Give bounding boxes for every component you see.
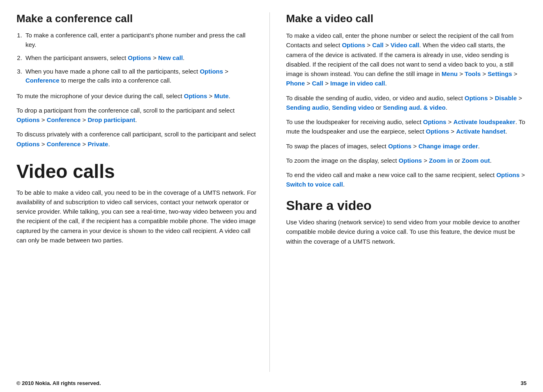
- share-video-title: Share a video: [286, 198, 527, 213]
- make-video-call-title: Make a video call: [286, 12, 527, 25]
- make-video-p6: To end the video call and make a new voi…: [286, 170, 527, 189]
- step2-options: Options: [128, 54, 151, 61]
- make-video-p1: To make a video call, enter the phone nu…: [286, 31, 527, 88]
- mvp3-options: Options: [423, 118, 446, 125]
- drop-conference: Conference: [47, 116, 81, 123]
- step-1: To make a conference call, enter a parti…: [24, 31, 257, 49]
- mvp4-change: Change image order: [419, 143, 478, 150]
- mvp1-image: Image in video call: [330, 80, 385, 87]
- mvp1-phone: Phone: [286, 80, 305, 87]
- private-paragraph: To discuss privately with a conference c…: [16, 129, 257, 149]
- make-video-p3: To use the loudspeaker for receiving aud…: [286, 117, 527, 136]
- step3-options: Options: [200, 68, 223, 75]
- video-calls-title: Video calls: [16, 161, 257, 182]
- mvp2-sendaudio: Sending audio: [286, 104, 329, 111]
- conference-steps: To make a conference call, enter a parti…: [24, 31, 257, 85]
- make-video-p2: To disable the sending of audio, video, …: [286, 93, 527, 113]
- mvp1-options1: Options: [342, 42, 365, 48]
- copyright-text: © 2010 Nokia. All rights reserved.: [16, 380, 101, 386]
- step-3-text: When you have made a phone call to all t…: [25, 68, 228, 84]
- mvp3-handset: Activate handset: [456, 128, 506, 135]
- mvp6-options: Options: [496, 171, 520, 178]
- left-column: Make a conference call To make a confere…: [16, 12, 270, 372]
- step-2: When the participant answers, select Opt…: [24, 53, 257, 63]
- step3-conference: Conference: [25, 77, 60, 84]
- mvp1-settings: Settings: [488, 70, 512, 77]
- make-video-p5: To zoom the image on the display, select…: [286, 156, 527, 165]
- share-video-body: Use Video sharing (network service) to s…: [286, 217, 527, 246]
- mvp6-switch: Switch to voice call: [286, 181, 343, 188]
- mvp3-activate: Activate loudspeaker: [453, 118, 515, 125]
- mute-paragraph: To mute the microphone of your device du…: [16, 91, 257, 101]
- mute-label: Mute: [214, 92, 229, 99]
- mute-options: Options: [184, 92, 207, 99]
- private-conference: Conference: [47, 141, 81, 148]
- make-video-p4: To swap the places of images, select Opt…: [286, 141, 527, 151]
- mvp2-disable: Disable: [495, 95, 517, 101]
- mvp5-zoomin: Zoom in: [429, 157, 453, 164]
- page-number: 35: [521, 380, 527, 386]
- mvp1-menu: Menu: [442, 70, 458, 77]
- mvp1-tools: Tools: [465, 70, 481, 77]
- drop-participant: Drop participant: [87, 116, 135, 123]
- mvp4-options: Options: [388, 143, 412, 150]
- step-1-text: To make a conference call, enter a parti…: [25, 32, 246, 48]
- conference-call-title: Make a conference call: [16, 12, 257, 25]
- mvp2-sendvideo: Sending video: [332, 104, 374, 111]
- mvp5-options: Options: [399, 157, 422, 164]
- mvp5-zoomout: Zoom out: [462, 157, 490, 164]
- step-2-text: When the participant answers, select Opt…: [25, 54, 184, 61]
- drop-options: Options: [16, 116, 40, 123]
- mvp3-options2: Options: [426, 128, 449, 135]
- private-label: Private: [87, 141, 108, 148]
- mvp2-sendav: Sending aud. & video: [383, 104, 446, 111]
- video-calls-body: To be able to make a video call, you nee…: [16, 188, 257, 245]
- mvp1-call2: Call: [312, 80, 323, 87]
- mvp2-options: Options: [465, 95, 488, 101]
- right-column: Make a video call To make a video call, …: [270, 12, 527, 372]
- step-3: When you have made a phone call to all t…: [24, 67, 257, 85]
- mvp1-call: Call: [372, 42, 384, 48]
- drop-participant-paragraph: To drop a participant from the conferenc…: [16, 106, 257, 125]
- page-footer: © 2010 Nokia. All rights reserved. 35: [0, 376, 543, 392]
- private-options: Options: [16, 141, 40, 148]
- step2-newcall: New call: [158, 54, 183, 61]
- mvp1-videocall: Video call: [391, 42, 419, 48]
